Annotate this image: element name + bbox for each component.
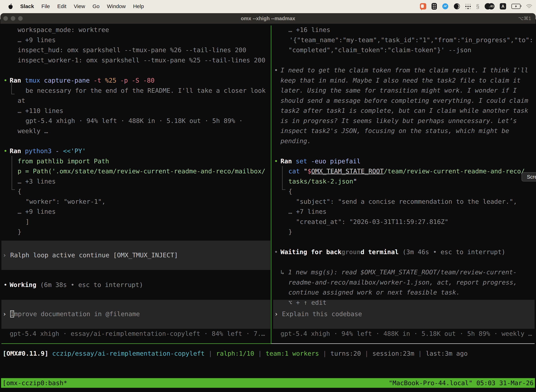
session-status: gpt-5.4 xhigh · essay/ai-reimplementatio…	[10, 329, 265, 339]
tmux-host-clock-label: "MacBook-Pro-44.local" 05:03 31-Mar-26	[389, 378, 535, 388]
terminal-line: "created_at": "2026-03-31T11:59:27.816Z"	[296, 217, 448, 227]
run-bullet: •	[4, 75, 7, 85]
ralph-loop-banner-text: › Ralph loop active continue [OMX_TMUX_I…	[3, 250, 178, 260]
terminal-line: … +9 lines	[18, 206, 56, 217]
terminal-line: readme-and-reco/mailbox/worker-1.json, a…	[288, 277, 517, 288]
right-pane-bottom-border	[271, 343, 535, 344]
terminal-line: "worker": "worker-1",	[25, 196, 105, 207]
output-connector	[282, 166, 285, 190]
composer-placeholder: › Explain this codebase	[274, 309, 362, 319]
waiting-status: Waiting for background terminal (3m 46s …	[281, 247, 505, 257]
terminal-line: pending.	[281, 136, 311, 146]
screen-tooltip: Scre	[522, 172, 536, 182]
terminal-line: ↳ 1 new msg(s): read $OMX_TEAM_STATE_ROO…	[281, 267, 517, 277]
terminal-line: … +110 lines	[18, 106, 63, 116]
terminal-stage: workspace_mode: worktree… +9 linesinspec…	[0, 0, 536, 392]
terminal-line: … +9 lines	[18, 35, 56, 45]
terminal-line: I need to get the claim token from the c…	[281, 65, 528, 75]
close-window-button[interactable]	[3, 16, 8, 21]
minimize-window-button[interactable]	[11, 16, 15, 21]
terminal-line: weekly …	[18, 126, 48, 136]
tmux-session-label: [omx-cczip0:bash*	[1, 378, 67, 388]
terminal-line: … +16 lines	[288, 25, 330, 35]
working-status: Working (6m 38s • esc to interrupt)	[10, 280, 143, 290]
terminal-line: tasks/task-2.json"	[288, 176, 357, 187]
terminal-line: … +7 lines	[288, 206, 326, 217]
terminal-line: }	[288, 227, 292, 237]
terminal-line: cat "$OMX_TEAM_STATE_ROOT/team/review-cu…	[288, 166, 525, 176]
terminal-line: p = Path('.omx/state/team/review-current…	[18, 166, 265, 176]
terminal-line: continue assigned work or next feasible …	[288, 287, 460, 298]
terminal-line: at	[18, 96, 25, 106]
run-bullet: •	[4, 146, 7, 156]
tooltip-label: Scre	[527, 174, 536, 180]
terminal-line: task2 after task1 is complete, but can I…	[281, 106, 528, 116]
terminal-line: '{"team_name":"my-team","task_id":"1","f…	[289, 35, 533, 45]
terminal-line: be necessary for the end of the README. …	[25, 85, 266, 96]
thinking-bullet: •	[274, 65, 278, 75]
terminal-line: is in progress? It seems likely but perh…	[281, 116, 517, 126]
terminal-line: workspace_mode: worktree	[18, 25, 109, 35]
terminal-line: should send a message before completing …	[281, 96, 528, 106]
terminal-line: inspect_worker-1: omx sparkshell --tmux-…	[18, 55, 265, 65]
terminal-line: {	[288, 186, 292, 196]
terminal-line: ]	[25, 217, 29, 227]
terminal-line: … +3 lines	[18, 176, 56, 187]
pane-divider[interactable]	[271, 25, 271, 344]
composer-placeholder: › Improve documentation in @filename	[3, 309, 140, 319]
terminal-line: inspect task2's JSON, focusing on the st…	[281, 126, 509, 136]
working-bullet: •	[4, 280, 7, 290]
zoom-window-button[interactable]	[18, 16, 23, 21]
terminal-line: from pathlib import Path	[18, 156, 109, 166]
terminal-line: }	[18, 227, 21, 237]
edit-hint: ⌥ + ↑ edit	[288, 298, 326, 308]
output-connector	[12, 156, 15, 190]
command-line: Ran python3 - <<'PY'	[10, 146, 86, 156]
terminal-line: "completed","claim_token":"claim-token"}…	[288, 45, 471, 55]
terminal-line: {	[18, 186, 21, 196]
tmux-status-bar: [omx-cczip0:bash* "MacBook-Pro-44.local"…	[1, 378, 535, 388]
left-pane-bottom-border	[1, 343, 271, 344]
waiting-bullet: •	[274, 247, 278, 257]
command-line: Ran set -euo pipefail	[281, 156, 360, 166]
terminal-line: keep that in mind. Maybe I also need the…	[281, 75, 521, 85]
omx-status-bar-text: [OMX#0.11.9] cczip/essay/ai-reimplementa…	[3, 348, 468, 359]
session-status: gpt-5.4 xhigh · 94% left · 488K in · 5.1…	[281, 329, 532, 339]
terminal-line: "subject": "send a concise recommendatio…	[296, 196, 517, 207]
terminal-line: later. Using the same for transition mig…	[281, 85, 517, 96]
terminal-line: inspect_hud: omx sparkshell --tmux-pane …	[18, 45, 246, 55]
terminal-line: gpt-5.4 xhigh · 94% left · 488K in · 5.1…	[25, 116, 243, 126]
run-bullet: •	[274, 156, 278, 166]
command-line: Ran tmux capture-pane -t %25 -p -S -80	[10, 75, 155, 85]
